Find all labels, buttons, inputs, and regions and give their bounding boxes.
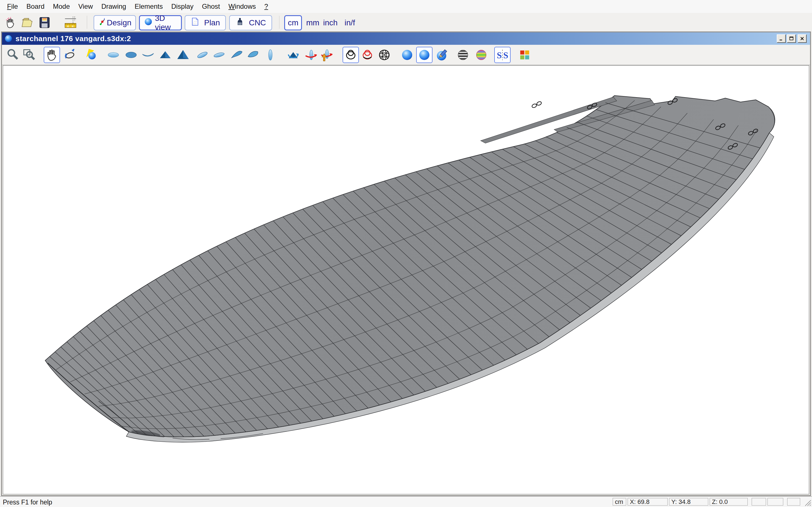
zoom-icon[interactable] [5, 47, 21, 63]
menu-bar: FileBoardModeViewDrawingElementsDisplayG… [0, 0, 812, 13]
rotate-view-icon[interactable] [285, 47, 301, 63]
render-solid-2-icon[interactable] [416, 47, 433, 63]
toolbar-separator [87, 16, 87, 29]
menu-view[interactable]: View [74, 1, 97, 12]
pan-hand-icon[interactable] [44, 47, 60, 63]
window-titlebar[interactable]: starchannel 176 vangard.s3dx:2 [2, 33, 810, 45]
close-button[interactable] [798, 34, 807, 43]
unit-mm[interactable]: mm [303, 15, 322, 31]
status-extra-2 [767, 498, 783, 506]
wizard-hand-icon[interactable] [4, 16, 17, 29]
board-3d-render [3, 66, 809, 494]
canvas-3d-view[interactable] [3, 65, 809, 494]
light-direction-icon[interactable] [84, 47, 100, 63]
paint-surface-icon[interactable] [434, 47, 451, 63]
rocker-view-icon[interactable] [140, 47, 156, 63]
status-extra-1 [752, 498, 766, 506]
toolbar-separator [279, 16, 280, 29]
mesh-sphere-icon[interactable] [376, 47, 393, 63]
cnc-button[interactable]: CNC [229, 15, 272, 31]
minimize-button[interactable] [777, 34, 786, 43]
menu-help[interactable]: ? [260, 1, 272, 12]
menu-ghost[interactable]: Ghost [198, 1, 224, 12]
front-view-icon[interactable] [262, 47, 278, 63]
perspective-wedge-1-icon[interactable] [229, 47, 245, 63]
view-3d-button[interactable]: 3D view [139, 15, 182, 31]
status-z: Z: 0.0 [710, 498, 748, 506]
open-folder-icon[interactable] [20, 16, 34, 29]
plan-button[interactable]: Plan [185, 15, 226, 31]
status-extra-3 [787, 498, 800, 506]
resize-grip[interactable] [803, 498, 811, 506]
measure-icon[interactable] [64, 16, 77, 29]
top-view-filled-icon[interactable] [123, 47, 139, 63]
spin-board-icon[interactable] [303, 47, 319, 63]
menu-drawing[interactable]: Drawing [97, 1, 130, 12]
bottom-view-icon[interactable] [157, 47, 173, 63]
perspective-lens-2-icon[interactable] [211, 47, 227, 63]
spin-flip-board-icon[interactable] [318, 47, 335, 63]
perspective-wedge-2-icon[interactable] [245, 47, 261, 63]
status-y: Y: 34.8 [669, 498, 708, 506]
deck-view-icon[interactable] [175, 47, 191, 63]
curvature-map-icon[interactable] [473, 47, 490, 63]
menu-board[interactable]: Board [22, 1, 49, 12]
main-toolbar: Design3D viewPlanCNCcmmminchin/f [0, 13, 812, 32]
top-view-outline-icon[interactable] [105, 47, 121, 63]
zebra-stripes-icon[interactable] [455, 47, 471, 63]
status-x: X: 69.8 [627, 498, 668, 506]
view-toolbar [2, 45, 810, 65]
window-colors-icon[interactable] [516, 47, 533, 63]
design-button[interactable]: Design [94, 15, 136, 31]
menu-elements[interactable]: Elements [130, 1, 167, 12]
app-sphere-icon [4, 34, 13, 43]
menu-file[interactable]: File [3, 1, 22, 12]
perspective-lens-1-icon[interactable] [194, 47, 211, 63]
window-title: starchannel 176 vangard.s3dx:2 [15, 34, 131, 43]
unit-in-f[interactable]: in/f [342, 15, 358, 31]
zoom-area-icon[interactable] [21, 47, 37, 63]
unit-cm[interactable]: cm [284, 15, 302, 31]
status-help-text: Press F1 for help [3, 499, 52, 506]
wireframe-slices-icon[interactable] [343, 47, 359, 63]
render-solid-icon[interactable] [399, 47, 415, 63]
symmetry-icon[interactable] [494, 47, 511, 63]
status-bar: Press F1 for help cmX: 69.8Y: 34.8Z: 0.0 [0, 496, 812, 507]
rotate-3d-icon[interactable] [62, 47, 78, 63]
status-unit: cm [613, 498, 626, 506]
menu-display[interactable]: Display [167, 1, 198, 12]
unit-inch[interactable]: inch [320, 15, 340, 31]
save-icon[interactable] [38, 16, 51, 29]
wireframe-slices-red-icon[interactable] [359, 47, 375, 63]
menu-mode[interactable]: Mode [49, 1, 74, 12]
document-window: starchannel 176 vangard.s3dx:2 [1, 32, 811, 496]
maximize-button[interactable] [787, 34, 796, 43]
application-window: FileBoardModeViewDrawingElementsDisplayG… [0, 0, 812, 507]
menu-windows[interactable]: Windows [224, 1, 260, 12]
